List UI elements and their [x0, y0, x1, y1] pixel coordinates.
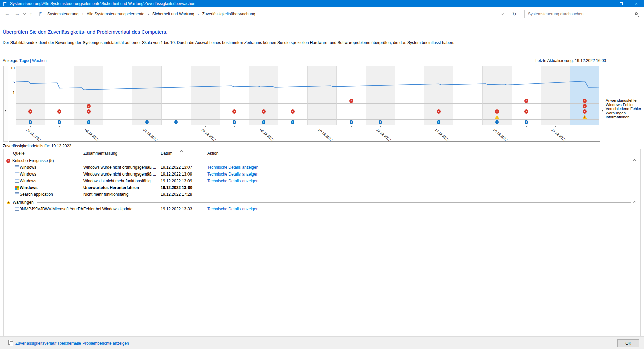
- event-cell[interactable]: [453, 120, 483, 125]
- chart-day-column[interactable]: [162, 66, 191, 98]
- event-cell[interactable]: [424, 104, 453, 109]
- technical-details-link[interactable]: Technische Details anzeigen: [207, 207, 258, 211]
- column-header-aktion[interactable]: Aktion: [207, 151, 218, 156]
- table-row[interactable]: 9NMPJ99VJBWV-Microsoft.YourPh...Fehler b…: [4, 206, 640, 212]
- event-cell[interactable]: i: [278, 120, 308, 125]
- event-cell[interactable]: i: [45, 120, 74, 125]
- event-cell[interactable]: [570, 120, 599, 125]
- chart-day-column[interactable]: [366, 66, 395, 98]
- event-cell[interactable]: [308, 120, 337, 125]
- breadcrumb-item[interactable]: Systemsteuerung: [46, 11, 80, 17]
- event-cell[interactable]: [512, 114, 541, 120]
- event-cell[interactable]: [424, 114, 453, 120]
- event-cell[interactable]: [308, 109, 337, 114]
- minimize-button[interactable]: —: [598, 0, 613, 7]
- event-cell[interactable]: [220, 104, 249, 109]
- address-box[interactable]: Systemsteuerung›Alle Systemsteuerungsele…: [36, 10, 522, 18]
- event-cell[interactable]: i: [220, 120, 249, 125]
- event-cell[interactable]: [132, 98, 162, 104]
- view-all-reports-link[interactable]: Alle Problemberichte anzeigen: [74, 341, 129, 346]
- technical-details-link[interactable]: Technische Details anzeigen: [207, 172, 258, 177]
- event-cell[interactable]: [395, 114, 424, 120]
- collapse-chevron-icon[interactable]: [633, 159, 636, 162]
- recent-pages-chevron-icon[interactable]: [23, 12, 26, 15]
- chart-day-column[interactable]: [570, 66, 599, 98]
- event-cell[interactable]: [191, 114, 220, 120]
- event-cell[interactable]: !: [483, 114, 512, 120]
- table-row[interactable]: WindowsUnerwartetes Herunterfahren19.12.…: [4, 184, 640, 191]
- chart-day-column[interactable]: [191, 66, 220, 98]
- event-cell[interactable]: i: [74, 120, 103, 125]
- event-cell[interactable]: [395, 109, 424, 114]
- event-cell[interactable]: [103, 120, 132, 125]
- event-cell[interactable]: i: [249, 120, 278, 125]
- event-cell[interactable]: [16, 98, 45, 104]
- event-cell[interactable]: i: [483, 120, 512, 125]
- event-cell[interactable]: ×: [45, 109, 74, 114]
- table-row[interactable]: WindowsWindows wurde nicht ordnungsgemäß…: [4, 164, 640, 171]
- chart-day-column[interactable]: [103, 66, 132, 98]
- event-cell[interactable]: ×: [512, 98, 541, 104]
- event-cell[interactable]: ×: [483, 109, 512, 114]
- back-icon[interactable]: ←: [5, 11, 10, 16]
- up-icon[interactable]: ↑: [30, 11, 32, 16]
- event-cell[interactable]: [191, 98, 220, 104]
- event-cell[interactable]: [278, 104, 308, 109]
- event-cell[interactable]: ×: [512, 109, 541, 114]
- event-cell[interactable]: [249, 98, 278, 104]
- event-cell[interactable]: [337, 104, 366, 109]
- save-history-link[interactable]: Zuverlässigkeitsverlauf speichern...: [15, 341, 78, 346]
- event-cell[interactable]: [103, 109, 132, 114]
- event-cell[interactable]: [541, 114, 570, 120]
- event-cell[interactable]: [453, 98, 483, 104]
- event-cell[interactable]: i: [366, 120, 395, 125]
- chart-day-column[interactable]: [132, 66, 162, 98]
- event-cell[interactable]: i: [16, 120, 45, 125]
- maximize-button[interactable]: [613, 0, 629, 7]
- event-cell[interactable]: [191, 120, 220, 125]
- event-cell[interactable]: [541, 98, 570, 104]
- event-cell[interactable]: [16, 104, 45, 109]
- event-cell[interactable]: [162, 109, 191, 114]
- event-cell[interactable]: ×: [570, 98, 599, 104]
- event-cell[interactable]: [366, 98, 395, 104]
- event-cell[interactable]: [103, 114, 132, 120]
- event-cell[interactable]: i: [424, 120, 453, 125]
- chart-day-column[interactable]: [424, 66, 453, 98]
- event-cell[interactable]: [162, 114, 191, 120]
- event-cell[interactable]: [220, 98, 249, 104]
- event-cell[interactable]: ×: [220, 109, 249, 114]
- event-cell[interactable]: [453, 104, 483, 109]
- search-icon[interactable]: [635, 12, 638, 15]
- search-input[interactable]: [528, 10, 629, 18]
- event-cell[interactable]: [366, 104, 395, 109]
- event-cell[interactable]: [395, 120, 424, 125]
- chart-day-column[interactable]: [249, 66, 278, 98]
- refresh-icon[interactable]: ↻: [512, 11, 516, 17]
- event-cell[interactable]: [45, 104, 74, 109]
- technical-details-link[interactable]: Technische Details anzeigen: [207, 165, 258, 170]
- event-cell[interactable]: ×: [74, 109, 103, 114]
- event-cell[interactable]: ×: [16, 109, 45, 114]
- event-cell[interactable]: [541, 109, 570, 114]
- chart-day-column[interactable]: [483, 66, 512, 98]
- event-cell[interactable]: [132, 109, 162, 114]
- event-cell[interactable]: [191, 109, 220, 114]
- event-cell[interactable]: [103, 98, 132, 104]
- chart-day-column[interactable]: [308, 66, 337, 98]
- event-cell[interactable]: [366, 109, 395, 114]
- group-header-row[interactable]: !Warnungen: [4, 199, 640, 206]
- breadcrumb-item[interactable]: Sicherheit und Wartung: [151, 11, 196, 17]
- table-row[interactable]: WindowsWindows ist nicht mehr funktionsf…: [4, 178, 640, 184]
- view-days-link[interactable]: Tage: [19, 58, 29, 63]
- event-cell[interactable]: ×: [74, 104, 103, 109]
- scroll-left-icon[interactable]: [5, 109, 6, 112]
- group-header-row[interactable]: ×Kritische Ereignisse (5): [4, 157, 640, 164]
- event-cell[interactable]: [45, 98, 74, 104]
- ok-button[interactable]: OK: [617, 339, 639, 347]
- chart-scroll-left[interactable]: [3, 66, 8, 142]
- breadcrumb-item[interactable]: Zuverlässigkeitsüberwachung: [201, 11, 256, 17]
- column-header-zusammenfassung[interactable]: Zusammenfassung: [83, 151, 117, 156]
- event-cell[interactable]: [162, 98, 191, 104]
- event-cell[interactable]: [483, 104, 512, 109]
